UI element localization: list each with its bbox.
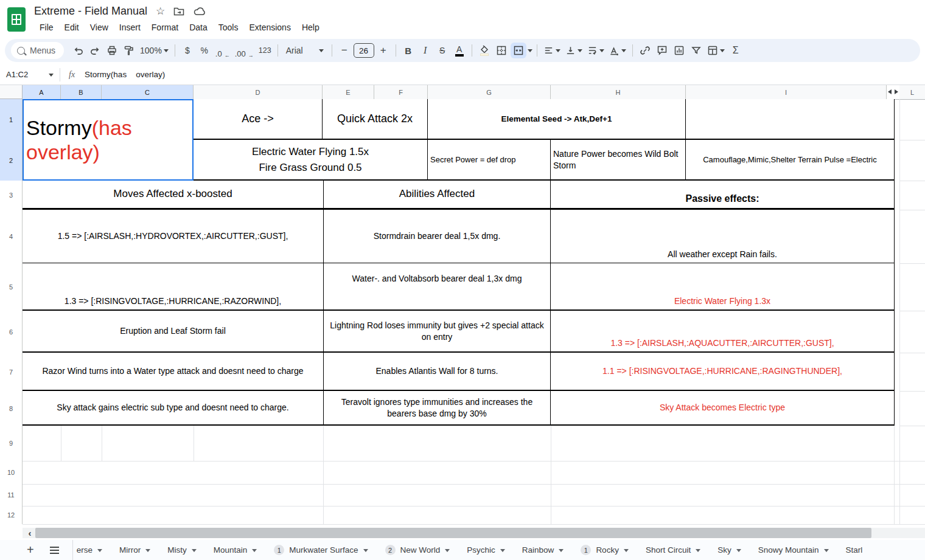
create-filter-button[interactable] [688,43,704,58]
cell-G2[interactable]: Secret Power = def drop [428,140,551,181]
col-header-B[interactable]: B [61,85,102,99]
row-header-1[interactable]: 1 [0,99,23,140]
insert-link-button[interactable] [637,43,653,58]
add-sheet-button[interactable]: + [27,543,34,557]
sheet-tab[interactable]: Mountain [205,540,266,560]
row-header-3[interactable]: 3 [0,181,23,210]
cell-I2[interactable]: Camouflage,Mimic,Shelter Terrain Pulse =… [686,140,895,181]
cell-G1-H1[interactable]: Elemental Seed -> Atk,Def+1 [428,99,686,140]
cell-A1-selected[interactable]: Stormy(has overlay) [23,99,194,181]
select-all-corner[interactable] [0,85,23,99]
cell-E4[interactable]: Stormdrain bearer deal 1,5x dmg. [324,210,551,263]
document-title[interactable]: Extreme - Field Manual [34,5,147,18]
sheet-tab[interactable]: 1Murkwater Surface [265,540,376,560]
merge-options-caret[interactable] [528,49,532,55]
italic-button[interactable]: I [417,43,433,58]
col-header-H[interactable]: H [551,85,686,99]
tab-menu-caret[interactable] [363,549,368,555]
col-header-A[interactable]: A [23,85,61,99]
font-size-input[interactable]: 26 [354,43,374,58]
table-tools-button[interactable] [705,43,727,58]
sheet-tab[interactable]: Rainbow [514,540,573,560]
text-color-button[interactable]: A [452,43,467,58]
functions-button[interactable]: Σ [728,43,744,58]
tab-menu-caret[interactable] [252,549,257,555]
cell-H8[interactable]: Sky Attack becomes Electric type [551,391,895,426]
font-select[interactable]: Arial [282,43,327,58]
tab-menu-caret[interactable] [97,549,102,555]
format-currency-button[interactable]: $ [180,43,195,58]
sheet-tab[interactable]: Psychic [458,540,514,560]
insert-comment-button[interactable] [654,43,670,58]
menu-extensions[interactable]: Extensions [243,21,296,33]
cell-A5[interactable]: 1.3 => [:RISINGVOLTAGE,:HURRICANE,:RAZOR… [23,263,324,311]
zoom-select[interactable]: 100% [138,43,170,58]
move-folder-icon[interactable] [173,7,185,16]
sheet-tab[interactable]: Sky [709,540,750,560]
cell-H7[interactable]: 1.1 => [:RISINGVOLTAGE,:HURRICANE,:RAGIN… [551,353,895,391]
tab-menu-caret[interactable] [192,549,197,555]
row-header-8[interactable]: 8 [0,391,23,426]
cell-A7[interactable]: Razor Wind turns into a Water type attac… [23,353,324,391]
tab-menu-caret[interactable] [696,549,700,555]
redo-button[interactable] [87,43,103,58]
cell-E8[interactable]: Teravolt ignores type immunities and inc… [324,391,551,426]
merge-cells-button[interactable] [511,43,526,58]
menu-help[interactable]: Help [296,21,325,33]
decrease-decimals-button[interactable]: .0← [214,43,232,58]
format-percent-button[interactable]: % [197,43,212,58]
hidden-columns-left-arrow[interactable] [885,89,892,94]
col-header-F[interactable]: F [374,85,428,99]
name-box[interactable]: A1:C2 [6,70,60,79]
menu-view[interactable]: View [85,21,114,33]
fill-color-button[interactable] [476,43,492,58]
cell-D2-F2[interactable]: Electric Water Flying 1.5x Fire Grass Gr… [194,140,428,181]
hidden-columns-right-arrow[interactable] [895,89,901,94]
more-formats-button[interactable]: 123 [257,43,273,58]
cell-abilities-header[interactable]: Abilities Affected [324,181,551,210]
row-header-9[interactable]: 9 [0,426,23,461]
vertical-align-button[interactable] [564,43,584,58]
sheet-tab[interactable]: 1Rocky [572,540,637,560]
tab-menu-caret[interactable] [500,549,505,555]
strikethrough-button[interactable]: S [435,43,450,58]
menu-edit[interactable]: Edit [59,21,85,33]
cell-H2[interactable]: Nature Power becomes Wild Bolt Storm [551,140,686,181]
col-header-C[interactable]: C [102,85,194,99]
sheets-logo-icon[interactable] [7,7,26,32]
cell-I1[interactable] [686,99,895,140]
print-button[interactable] [104,43,120,58]
cell-passive-header[interactable]: Passive effects: [551,181,895,210]
undo-button[interactable] [70,43,86,58]
cell-E6[interactable]: Lightning Rod loses immunity but gives +… [324,311,551,353]
row-header-7[interactable]: 7 [0,353,23,391]
menu-tools[interactable]: Tools [213,21,244,33]
menus-search[interactable]: Menus [11,42,64,59]
paint-format-button[interactable] [121,43,137,58]
text-wrap-button[interactable] [585,43,606,58]
sheet-tab[interactable]: Misty [159,540,205,560]
tab-menu-caret[interactable] [624,549,629,555]
menu-file[interactable]: File [34,21,59,33]
cell-moves-header[interactable]: Moves Affected x-boosted [23,181,324,210]
row-header-6[interactable]: 6 [0,311,23,353]
cell-E1-F1[interactable]: Quick Attack 2x [323,99,428,140]
tab-menu-caret[interactable] [445,549,450,555]
tab-menu-caret[interactable] [145,549,150,555]
insert-chart-button[interactable] [671,43,687,58]
all-sheets-button[interactable] [50,547,59,554]
menu-format[interactable]: Format [146,21,184,33]
col-header-G[interactable]: G [428,85,551,99]
sheet-tab[interactable]: Mirror [111,540,159,560]
tab-menu-caret[interactable] [736,549,741,555]
col-header-E[interactable]: E [323,85,374,99]
col-header-I[interactable]: I [686,85,887,99]
menu-insert[interactable]: Insert [114,21,146,33]
cell-E5[interactable]: Water-. and Voltabsorb bearer deal 1,3x … [324,263,551,311]
star-icon[interactable]: ☆ [156,6,165,16]
row-header-2[interactable]: 2 [0,140,23,181]
cell-A6[interactable]: Eruption and Leaf Storm fail [23,311,324,353]
horizontal-align-button[interactable] [542,43,562,58]
bold-button[interactable]: B [400,43,416,58]
text-rotation-button[interactable] [607,43,628,58]
